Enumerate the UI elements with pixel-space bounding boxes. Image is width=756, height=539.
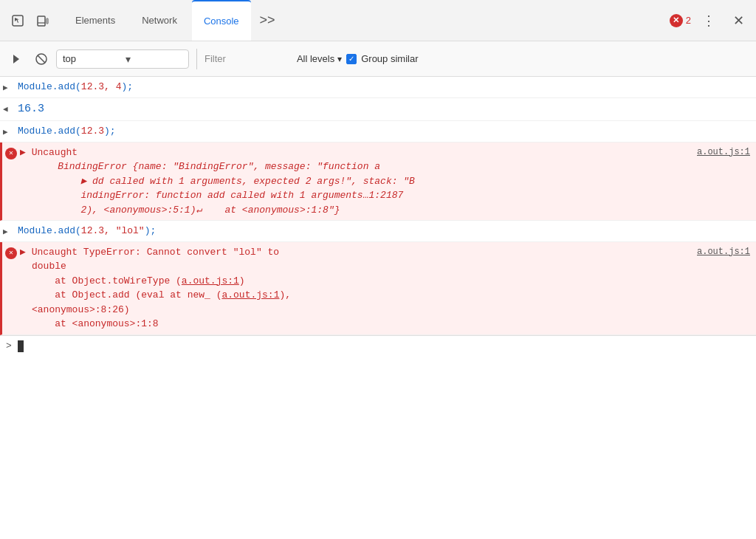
console-row-error-2: ✕ ▶ Uncaught TypeError: Cannot convert "… xyxy=(0,242,756,335)
tab-bar: Elements Network Console >> ✕ 2 ⋮ ✕ xyxy=(0,0,756,41)
console-content: ▶ Module.add(12.3, 4); ◀ 16.3 ▶ Module.a… xyxy=(0,77,756,539)
prompt-cursor xyxy=(18,340,24,352)
code-num-1: 12.3, 4 xyxy=(81,81,122,92)
filter-label: Filter xyxy=(205,53,226,64)
row-content-3: Module.add(12.3); xyxy=(18,124,750,139)
device-icon[interactable] xyxy=(31,9,55,32)
group-similar-checkbox[interactable]: ✓ xyxy=(346,54,357,64)
row-content-5: Module.add(12.3, "lol"); xyxy=(18,224,750,238)
toolbar-divider xyxy=(196,49,197,69)
row-expand-1[interactable]: ▶ xyxy=(3,80,18,95)
error-content-2b: double at Object.toWireType (a.out.js:1)… xyxy=(5,259,750,332)
error-expand-2[interactable]: ▶ xyxy=(20,247,26,258)
context-value: top xyxy=(63,53,120,64)
svg-line-6 xyxy=(38,55,45,63)
tab-elements[interactable]: Elements xyxy=(63,0,127,41)
output-value: 16.3 xyxy=(18,103,44,115)
filter-input[interactable] xyxy=(233,53,292,64)
clear-button[interactable] xyxy=(31,49,52,69)
error-count: 2 xyxy=(686,15,691,26)
code-str-5: "lol" xyxy=(116,225,145,236)
error-badge-1: ✕ xyxy=(5,148,17,159)
error-expand-1[interactable]: ▶ xyxy=(20,147,26,158)
console-row-5: ▶ Module.add(12.3, "lol"); xyxy=(0,221,756,242)
code-blue-3b: ); xyxy=(104,126,116,137)
console-row-1: ▶ Module.add(12.3, 4); xyxy=(0,77,756,98)
error-icon-2: ✕ xyxy=(5,245,20,259)
row-arrow-2: ◀ xyxy=(3,101,18,116)
error-badge-2: ✕ xyxy=(5,247,17,259)
error-stack-2: at Object.add (eval at new_ (a.out.js:1)… xyxy=(32,289,291,301)
row-content-1: Module.add(12.3, 4); xyxy=(18,80,750,95)
cursor-icon[interactable] xyxy=(6,9,30,32)
console-row-3: ▶ Module.add(12.3); xyxy=(0,121,756,143)
error-content-2a: ▶ Uncaught TypeError: Cannot convert "lo… xyxy=(20,245,750,260)
context-selector[interactable]: top ▾ xyxy=(56,49,189,69)
row-expand-3[interactable]: ▶ xyxy=(3,124,18,139)
error-body-1: BindingError {name: "BindingError", mess… xyxy=(20,159,750,217)
toolbar: top ▾ Filter All levels ▾ ✓ Group simila… xyxy=(0,41,756,77)
error-icon-1: ✕ xyxy=(5,145,20,159)
error-row-2-header: ✕ ▶ Uncaught TypeError: Cannot convert "… xyxy=(5,245,750,260)
tab-bar-right: ✕ 2 ⋮ ✕ xyxy=(670,9,750,32)
close-button[interactable]: ✕ xyxy=(726,9,750,32)
svg-rect-2 xyxy=(47,18,48,24)
kebab-button[interactable]: ⋮ xyxy=(697,9,721,32)
error-badge: ✕ 2 xyxy=(670,14,691,27)
code-blue-3: Module.add( xyxy=(18,126,81,137)
error-text-2: Uncaught TypeError: Cannot convert "lol"… xyxy=(32,247,279,258)
play-button[interactable] xyxy=(6,49,27,69)
group-similar-toggle[interactable]: ✓ Group similar xyxy=(346,53,418,64)
code-num-5: 12.3, xyxy=(81,225,116,236)
error-link-2[interactable]: a.out.js:1 xyxy=(221,289,279,301)
error-link-1[interactable]: a.out.js:1 xyxy=(182,275,239,286)
prompt-arrow: > xyxy=(6,340,12,351)
error-double-text: double xyxy=(32,261,66,272)
svg-rect-1 xyxy=(38,16,45,26)
error-content-1: ▶ Uncaught a.out.js:1 BindingError {name… xyxy=(20,145,750,218)
error-circle: ✕ xyxy=(670,14,683,27)
error-expand-1b[interactable]: ▶ xyxy=(80,176,86,187)
devtools-icons xyxy=(6,9,55,32)
prompt-row[interactable]: > xyxy=(0,335,756,357)
tab-console[interactable]: Console xyxy=(192,0,251,41)
error-stack-4: at <anonymous>:1:8 xyxy=(32,318,159,329)
svg-marker-4 xyxy=(13,55,19,63)
code-blue-1: Module.add( xyxy=(18,81,81,92)
code-blue-5a: Module.add( xyxy=(18,225,81,236)
context-dropdown-arrow: ▾ xyxy=(126,53,182,65)
error-stack-3: <anonymous>:8:26) xyxy=(32,304,130,315)
console-row-2: ◀ 16.3 xyxy=(0,98,756,122)
row-expand-5[interactable]: ▶ xyxy=(3,224,18,238)
error-text-1a: Uncaught xyxy=(32,147,78,158)
row-content-2: 16.3 xyxy=(18,101,750,118)
code-num-3: 12.3 xyxy=(81,126,104,137)
code-blue-5b: ); xyxy=(145,225,157,236)
console-row-error-1: ✕ ▶ Uncaught a.out.js:1 BindingError {na… xyxy=(0,143,756,222)
error-stack-1: at Object.toWireType (a.out.js:1) xyxy=(32,275,245,286)
code-blue-2: ); xyxy=(121,81,133,92)
error-source-1[interactable]: a.out.js:1 xyxy=(697,145,750,159)
tab-network[interactable]: Network xyxy=(130,0,189,41)
error-icon: ✕ xyxy=(673,16,679,25)
group-similar-label: Group similar xyxy=(361,53,418,64)
level-label: All levels xyxy=(297,53,334,64)
tab-more[interactable]: >> xyxy=(254,10,281,31)
level-selector[interactable]: All levels ▾ xyxy=(297,53,342,64)
error-source-2[interactable]: a.out.js:1 xyxy=(697,245,750,258)
level-dropdown-arrow: ▾ xyxy=(337,54,342,64)
